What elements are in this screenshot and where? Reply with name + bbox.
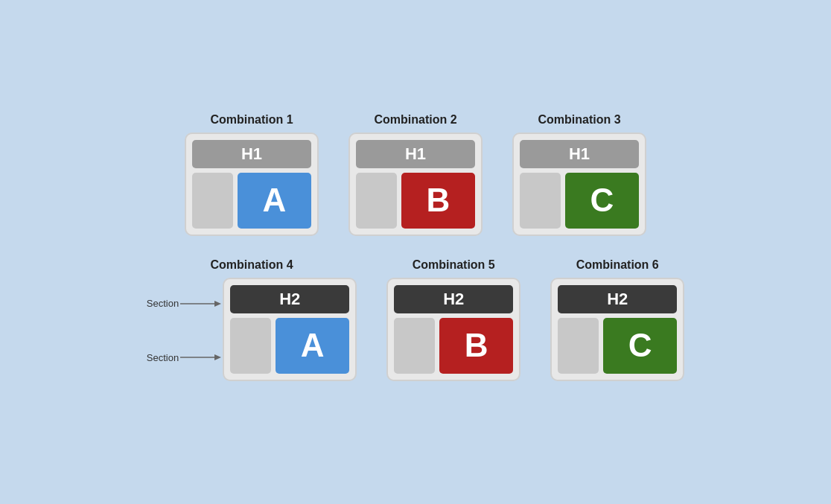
combination-2-main-block: B [401,173,475,229]
combination-6-content: C [558,318,677,374]
combination-4-card: H2 A [223,278,357,381]
combination-5-side-block [394,318,435,374]
combination-4-title: Combination 4 [210,258,293,272]
combination-6-main-block: C [603,318,677,374]
combination-3-title: Combination 3 [538,113,620,127]
svg-marker-1 [214,301,221,307]
row-1: Combination 1 H1 A Combination 2 H1 [185,113,646,236]
combination-6-card: H2 C [550,278,684,381]
combination-1-side-block [192,173,233,229]
combination-4-content: A [230,318,349,374]
main-container: Combination 1 H1 A Combination 2 H1 [147,113,684,392]
combination-3-wrapper: Combination 3 H1 C [512,113,646,236]
combination-5-main-block: B [439,318,513,374]
svg-marker-3 [214,354,221,360]
combination-3-header: H1 [520,140,639,168]
row-2: Combination 4 Section Section [147,258,684,392]
combination-4-side-block [230,318,271,374]
combination-4-main-block: A [276,318,349,374]
combination-2-header: H1 [356,140,475,168]
combination-3-main-block: C [565,173,639,229]
combination-5-header: H2 [394,285,513,313]
section-label-content: Section [147,324,221,392]
combination-4-header: H2 [230,285,349,313]
combination-5-card: H2 B [386,278,520,381]
section-label-h2-text: Section [147,298,179,309]
combination-1-main-block: A [238,173,311,229]
combination-2-wrapper: Combination 2 H1 B [348,113,483,236]
combination-3-content: C [520,173,639,229]
combination-2-title: Combination 2 [374,113,456,127]
combination-6-header: H2 [558,285,677,313]
section-arrow-content-icon [180,352,221,363]
combination-4-wrapper: Combination 4 Section Section [147,258,357,392]
section-label-header: Section [147,284,221,324]
combination-1-content: A [192,173,311,229]
combination-5-content: B [394,318,513,374]
section-arrow-h2-icon [180,299,221,309]
combination-5-title: Combination 5 [413,258,495,272]
combination-5-wrapper: Combination 5 H2 B [386,258,520,381]
combination-2-content: B [356,173,475,229]
combination-6-wrapper: Combination 6 H2 C [550,258,684,381]
combination-2-side-block [356,173,397,229]
combination-6-title: Combination 6 [576,258,659,272]
section-label-content-text: Section [147,352,179,363]
combination-1-title: Combination 1 [210,113,293,127]
combination-6-side-block [558,318,599,374]
combination-1-card: H1 A [185,133,319,236]
combination-1-header: H1 [192,140,311,168]
combination-3-side-block [520,173,561,229]
combination-3-card: H1 C [512,133,646,236]
section-labels: Section Section [147,284,221,392]
combination-1-wrapper: Combination 1 H1 A [185,113,319,236]
combination-2-card: H1 B [348,133,483,236]
